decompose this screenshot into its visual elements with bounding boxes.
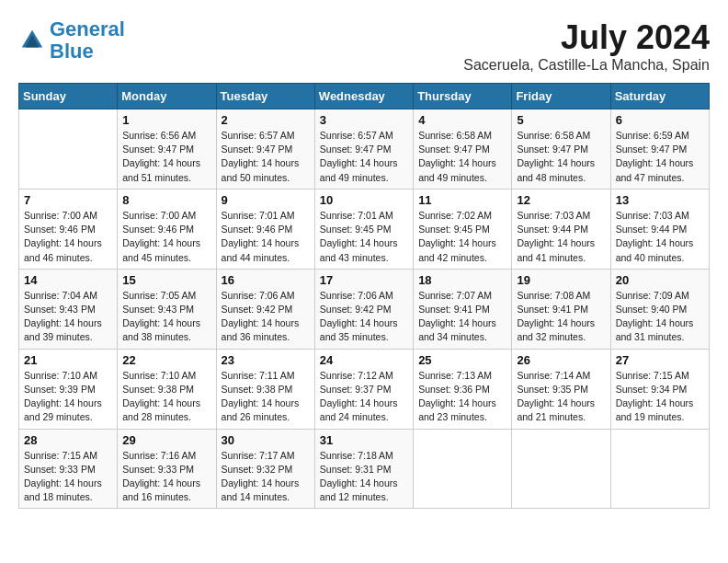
- calendar-cell: 28Sunrise: 7:15 AMSunset: 9:33 PMDayligh…: [19, 429, 118, 509]
- day-info: Sunrise: 7:01 AMSunset: 9:46 PMDaylight:…: [222, 209, 310, 265]
- calendar-cell: 25Sunrise: 7:13 AMSunset: 9:36 PMDayligh…: [414, 349, 512, 429]
- logo-icon: [18, 27, 46, 54]
- logo: General Blue: [18, 18, 125, 63]
- calendar-cell: 18Sunrise: 7:07 AMSunset: 9:41 PMDayligh…: [414, 269, 512, 349]
- day-info: Sunrise: 7:10 AMSunset: 9:39 PMDaylight:…: [24, 369, 112, 425]
- day-header-friday: Friday: [512, 84, 610, 109]
- calendar-cell: 26Sunrise: 7:14 AMSunset: 9:35 PMDayligh…: [512, 349, 610, 429]
- calendar-cell: 4Sunrise: 6:58 AMSunset: 9:47 PMDaylight…: [414, 109, 512, 190]
- day-number: 11: [418, 193, 506, 207]
- calendar-cell: [414, 429, 512, 509]
- day-info: Sunrise: 7:05 AMSunset: 9:43 PMDaylight:…: [122, 289, 210, 345]
- calendar-cell: 7Sunrise: 7:00 AMSunset: 9:46 PMDaylight…: [19, 189, 118, 269]
- day-number: 5: [517, 113, 605, 127]
- calendar-cell: 12Sunrise: 7:03 AMSunset: 9:44 PMDayligh…: [512, 189, 610, 269]
- calendar-cell: 15Sunrise: 7:05 AMSunset: 9:43 PMDayligh…: [118, 269, 216, 349]
- calendar-cell: 5Sunrise: 6:58 AMSunset: 9:47 PMDaylight…: [512, 109, 610, 190]
- day-number: 10: [320, 193, 408, 207]
- calendar-cell: 24Sunrise: 7:12 AMSunset: 9:37 PMDayligh…: [314, 349, 413, 429]
- calendar-cell: 23Sunrise: 7:11 AMSunset: 9:38 PMDayligh…: [216, 349, 314, 429]
- calendar-cell: 17Sunrise: 7:06 AMSunset: 9:42 PMDayligh…: [314, 269, 413, 349]
- day-number: 28: [24, 433, 112, 447]
- calendar-cell: 3Sunrise: 6:57 AMSunset: 9:47 PMDaylight…: [314, 109, 413, 190]
- day-number: 26: [517, 353, 605, 367]
- day-number: 25: [418, 353, 506, 367]
- calendar-cell: 6Sunrise: 6:59 AMSunset: 9:47 PMDaylight…: [610, 109, 709, 190]
- calendar-cell: 31Sunrise: 7:18 AMSunset: 9:31 PMDayligh…: [314, 429, 413, 509]
- day-info: Sunrise: 7:03 AMSunset: 9:44 PMDaylight:…: [616, 209, 704, 265]
- calendar-cell: [610, 429, 709, 509]
- calendar-cell: 30Sunrise: 7:17 AMSunset: 9:32 PMDayligh…: [216, 429, 314, 509]
- calendar-cell: 13Sunrise: 7:03 AMSunset: 9:44 PMDayligh…: [610, 189, 709, 269]
- day-info: Sunrise: 6:58 AMSunset: 9:47 PMDaylight:…: [517, 129, 605, 185]
- day-header-monday: Monday: [118, 84, 216, 109]
- day-number: 29: [122, 433, 210, 447]
- day-info: Sunrise: 7:03 AMSunset: 9:44 PMDaylight:…: [517, 209, 605, 265]
- day-number: 4: [418, 113, 506, 127]
- day-number: 21: [24, 353, 112, 367]
- calendar-week-2: 7Sunrise: 7:00 AMSunset: 9:46 PMDaylight…: [19, 189, 710, 269]
- day-info: Sunrise: 6:57 AMSunset: 9:47 PMDaylight:…: [320, 129, 408, 185]
- day-info: Sunrise: 7:08 AMSunset: 9:41 PMDaylight:…: [517, 289, 605, 345]
- day-info: Sunrise: 7:11 AMSunset: 9:38 PMDaylight:…: [222, 369, 310, 425]
- day-number: 9: [222, 193, 310, 207]
- day-header-tuesday: Tuesday: [216, 84, 314, 109]
- calendar-cell: 16Sunrise: 7:06 AMSunset: 9:42 PMDayligh…: [216, 269, 314, 349]
- calendar-cell: [512, 429, 610, 509]
- calendar-week-3: 14Sunrise: 7:04 AMSunset: 9:43 PMDayligh…: [19, 269, 710, 349]
- day-info: Sunrise: 6:58 AMSunset: 9:47 PMDaylight:…: [418, 129, 506, 185]
- logo-text: General Blue: [50, 18, 125, 63]
- calendar-week-1: 1Sunrise: 6:56 AMSunset: 9:47 PMDaylight…: [19, 109, 710, 190]
- calendar-cell: 10Sunrise: 7:01 AMSunset: 9:45 PMDayligh…: [314, 189, 413, 269]
- day-number: 14: [24, 273, 112, 287]
- calendar-cell: 21Sunrise: 7:10 AMSunset: 9:39 PMDayligh…: [19, 349, 118, 429]
- page-header: General Blue July 2024 Saceruela, Castil…: [18, 18, 710, 74]
- day-number: 7: [24, 193, 112, 207]
- day-info: Sunrise: 7:02 AMSunset: 9:45 PMDaylight:…: [418, 209, 506, 265]
- day-number: 24: [320, 353, 408, 367]
- day-info: Sunrise: 7:00 AMSunset: 9:46 PMDaylight:…: [24, 209, 112, 265]
- day-header-wednesday: Wednesday: [314, 84, 413, 109]
- day-number: 20: [616, 273, 704, 287]
- calendar-cell: 27Sunrise: 7:15 AMSunset: 9:34 PMDayligh…: [610, 349, 709, 429]
- day-number: 22: [122, 353, 210, 367]
- day-number: 30: [222, 433, 310, 447]
- day-info: Sunrise: 7:07 AMSunset: 9:41 PMDaylight:…: [418, 289, 506, 345]
- calendar-cell: [19, 109, 118, 190]
- calendar-cell: 19Sunrise: 7:08 AMSunset: 9:41 PMDayligh…: [512, 269, 610, 349]
- day-number: 3: [320, 113, 408, 127]
- day-info: Sunrise: 7:12 AMSunset: 9:37 PMDaylight:…: [320, 369, 408, 425]
- calendar-cell: 8Sunrise: 7:00 AMSunset: 9:46 PMDaylight…: [118, 189, 216, 269]
- day-info: Sunrise: 6:57 AMSunset: 9:47 PMDaylight:…: [222, 129, 310, 185]
- day-number: 2: [222, 113, 310, 127]
- day-info: Sunrise: 7:14 AMSunset: 9:35 PMDaylight:…: [517, 369, 605, 425]
- day-header-thursday: Thursday: [414, 84, 512, 109]
- day-header-sunday: Sunday: [19, 84, 118, 109]
- calendar-cell: 29Sunrise: 7:16 AMSunset: 9:33 PMDayligh…: [118, 429, 216, 509]
- day-info: Sunrise: 7:10 AMSunset: 9:38 PMDaylight:…: [122, 369, 210, 425]
- day-info: Sunrise: 6:56 AMSunset: 9:47 PMDaylight:…: [122, 129, 210, 185]
- day-info: Sunrise: 7:15 AMSunset: 9:33 PMDaylight:…: [24, 449, 112, 505]
- calendar-subtitle: Saceruela, Castille-La Mancha, Spain: [463, 57, 710, 74]
- day-number: 27: [616, 353, 704, 367]
- day-number: 31: [320, 433, 408, 447]
- title-section: July 2024 Saceruela, Castille-La Mancha,…: [463, 18, 710, 74]
- calendar-body: 1Sunrise: 6:56 AMSunset: 9:47 PMDaylight…: [19, 109, 710, 509]
- day-number: 17: [320, 273, 408, 287]
- day-info: Sunrise: 7:09 AMSunset: 9:40 PMDaylight:…: [616, 289, 704, 345]
- calendar-cell: 14Sunrise: 7:04 AMSunset: 9:43 PMDayligh…: [19, 269, 118, 349]
- day-info: Sunrise: 7:16 AMSunset: 9:33 PMDaylight:…: [122, 449, 210, 505]
- day-number: 8: [122, 193, 210, 207]
- day-number: 16: [222, 273, 310, 287]
- day-number: 13: [616, 193, 704, 207]
- day-number: 18: [418, 273, 506, 287]
- day-headers-row: SundayMondayTuesdayWednesdayThursdayFrid…: [19, 84, 710, 109]
- day-info: Sunrise: 7:00 AMSunset: 9:46 PMDaylight:…: [122, 209, 210, 265]
- day-info: Sunrise: 7:13 AMSunset: 9:36 PMDaylight:…: [418, 369, 506, 425]
- day-info: Sunrise: 7:06 AMSunset: 9:42 PMDaylight:…: [222, 289, 310, 345]
- day-info: Sunrise: 7:06 AMSunset: 9:42 PMDaylight:…: [320, 289, 408, 345]
- day-info: Sunrise: 7:17 AMSunset: 9:32 PMDaylight:…: [222, 449, 310, 505]
- logo-line2: Blue: [50, 40, 94, 63]
- day-info: Sunrise: 6:59 AMSunset: 9:47 PMDaylight:…: [616, 129, 704, 185]
- day-number: 15: [122, 273, 210, 287]
